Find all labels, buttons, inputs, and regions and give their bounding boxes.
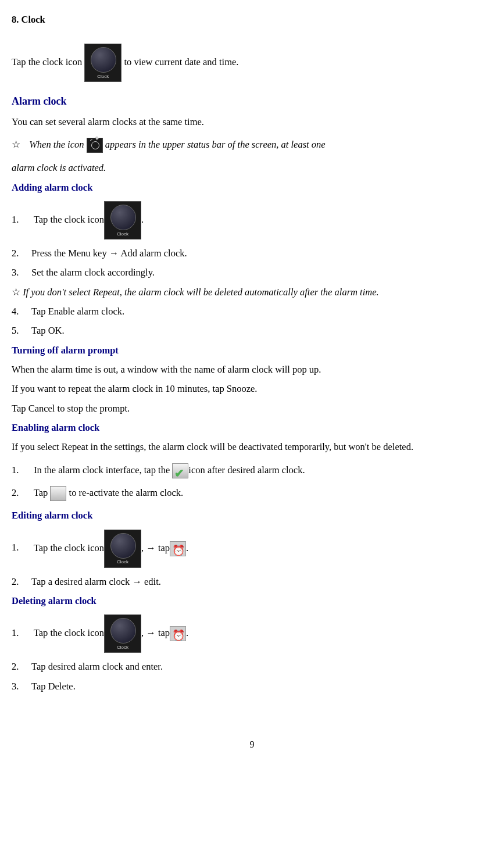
clock-app-icon: Clock — [104, 530, 141, 568]
clock-app-icon: Clock — [84, 44, 121, 82]
editing-heading: Editing alarm clock — [12, 506, 492, 524]
deleting-step-2: 2.Tap desired alarm clock and enter. — [12, 657, 492, 675]
clock-app-icon-label: Clock — [105, 643, 141, 652]
note1-text-2: appears in the upper status bar of the s… — [105, 139, 326, 150]
note1-line2: alarm clock is activated. — [12, 159, 492, 177]
checkbox-unchecked-icon — [50, 486, 66, 501]
deleting-step1-text-b: , → tap — [141, 627, 170, 638]
adding-note-text: If you don't select Repeat, the alarm cl… — [23, 287, 379, 298]
intro-paragraph: Tap the clock icon Clock to view current… — [12, 44, 492, 82]
note1-text-1: When the icon — [29, 139, 84, 150]
adding-step4-text: Tap Enable alarm clock. — [31, 306, 124, 317]
alarm-clock-heading: Alarm clock — [12, 91, 492, 111]
page-title: 8. Clock — [12, 10, 492, 28]
adding-note: ☆ If you don't select Repeat, the alarm … — [12, 283, 492, 301]
enabling-step2-text-b: to re-activate the alarm clock. — [69, 487, 184, 498]
clock-app-icon-label: Clock — [85, 72, 121, 81]
turning-off-line2: If you want to repeat the alarm clock in… — [12, 380, 492, 398]
adding-step-1: 1. Tap the clock icon Clock . — [12, 201, 492, 240]
adding-step-5: 5.Tap OK. — [12, 321, 492, 339]
alarm-clock-icon — [170, 626, 186, 641]
clock-app-icon-label: Clock — [105, 230, 141, 238]
editing-step-2: 2.Tap a desired alarm clock → edit. — [12, 573, 492, 591]
alarm-clock-icon — [170, 541, 186, 556]
status-bar-alarm-icon — [87, 138, 103, 153]
adding-step5-text: Tap OK. — [31, 325, 65, 336]
adding-step-3: 3.Set the alarm clock accordingly. — [12, 263, 492, 281]
deleting-step3-text: Tap Delete. — [31, 681, 76, 692]
note-alarm-activated: ☆ When the icon appears in the upper sta… — [12, 135, 492, 154]
checkmark-enabled-icon — [172, 463, 188, 478]
intro-text-1: Tap the clock icon — [12, 56, 82, 67]
clock-app-icon-label: Clock — [105, 557, 141, 566]
editing-step-1: 1. Tap the clock icon Clock , → tap. — [12, 530, 492, 568]
adding-step-4: 4.Tap Enable alarm clock. — [12, 302, 492, 320]
editing-step2-text: Tap a desired alarm clock → edit. — [31, 576, 161, 587]
turning-off-line1: When the alarm time is out, a window wit… — [12, 360, 492, 378]
deleting-step-1: 1. Tap the clock icon Clock , → tap. — [12, 614, 492, 653]
deleting-step1-text-a: Tap the clock icon — [34, 627, 104, 638]
adding-step-2: 2.Press the Menu key → Add alarm clock. — [12, 244, 492, 262]
editing-step1-text-a: Tap the clock icon — [34, 542, 104, 553]
page-number: 9 — [12, 736, 492, 753]
alarm-intro: You can set several alarm clocks at the … — [12, 113, 492, 131]
adding-step1-text: Tap the clock icon — [34, 214, 104, 225]
enabling-step1-text-a: In the alarm clock interface, tap the — [34, 464, 172, 476]
enabling-line1: If you select Repeat in the settings, th… — [12, 438, 492, 456]
enabling-step1-text-b: icon after desired alarm clock. — [188, 464, 305, 476]
adding-step2-text: Press the Menu key → Add alarm clock. — [31, 248, 187, 259]
enabling-heading: Enabling alarm clock — [12, 419, 492, 437]
clock-app-icon: Clock — [104, 201, 141, 240]
enabling-step-1: 1. In the alarm clock interface, tap the… — [12, 461, 492, 479]
turning-off-line3: Tap Cancel to stop the prompt. — [12, 399, 492, 417]
enabling-step2-text-a: Tap — [34, 487, 51, 498]
intro-text-2: to view current date and time. — [124, 56, 238, 67]
clock-app-icon: Clock — [104, 614, 141, 653]
editing-step1-text-b: , → tap — [141, 542, 170, 553]
deleting-step2-text: Tap desired alarm clock and enter. — [31, 661, 163, 672]
deleting-heading: Deleting alarm clock — [12, 592, 492, 610]
adding-step3-text: Set the alarm clock accordingly. — [31, 267, 155, 278]
turning-off-heading: Turning off alarm prompt — [12, 341, 492, 359]
deleting-step-3: 3.Tap Delete. — [12, 677, 492, 695]
adding-alarm-heading: Adding alarm clock — [12, 178, 492, 196]
enabling-step-2: 2. Tap to re-activate the alarm clock. — [12, 484, 492, 502]
